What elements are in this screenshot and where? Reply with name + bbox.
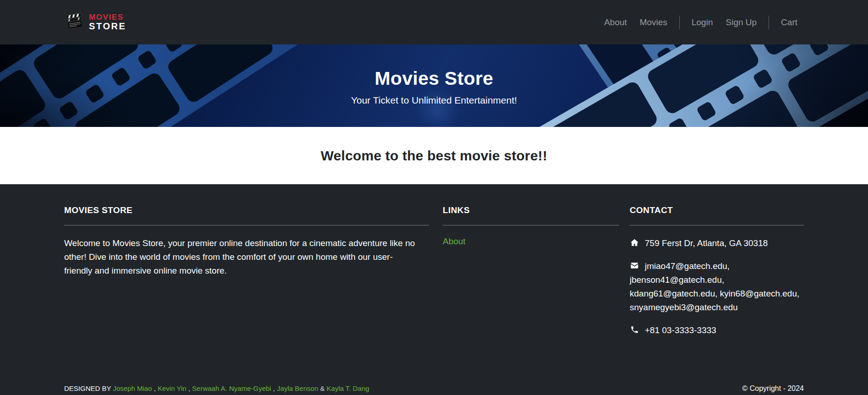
envelope-icon [630,261,639,270]
footer: MOVIES STORE Welcome to Movies Store, yo… [0,184,868,395]
contact-address: 759 Ferst Dr, Atlanta, GA 30318 [645,238,768,248]
footer-bottom-bar: DESIGNED BY Joseph Miao , Kevin Yin , Se… [64,384,804,393]
footer-about-column: MOVIES STORE Welcome to Movies Store, yo… [64,205,429,346]
nav-item-cart[interactable]: Cart [775,17,804,27]
hero-subtitle: Your Ticket to Unlimited Entertainment! [351,95,517,106]
footer-links-heading: LINKS [443,205,619,215]
brand-text: MOVIES STORE [89,13,126,32]
designer-link[interactable]: Kevin Yin [156,384,187,392]
footer-divider [443,225,619,225]
hero-title: Movies Store [375,68,494,89]
nav-item-about[interactable]: About [598,17,633,27]
footer-contact-heading: CONTACT [630,205,804,215]
nav-item-movies[interactable]: Movies [633,17,674,27]
designed-by-names: Joseph Miao , Kevin Yin , Serwaah A. Nya… [113,384,369,392]
phone-icon [630,325,639,334]
designer-separator: , [271,384,275,392]
home-icon [630,238,639,247]
nav-item-signup[interactable]: Sign Up [719,17,763,27]
welcome-heading: Welcome to the best movie store!! [321,148,547,164]
designed-by-prefix: DESIGNED BY [64,384,111,392]
nav-divider [769,16,769,29]
nav-divider [679,16,680,29]
nav-item-login[interactable]: Login [685,17,720,27]
designer-separator: & [318,384,324,392]
hero-banner: Movies Store Your Ticket to Unlimited En… [0,44,868,127]
footer-about-text: Welcome to Movies Store, your premier on… [64,236,417,278]
contact-phone[interactable]: +81 03-3333-3333 [645,325,716,335]
footer-about-heading: MOVIES STORE [64,205,429,215]
footer-contact-column: CONTACT 759 Ferst Dr, Atlanta, GA 30318 … [630,205,804,346]
designer-separator: , [152,384,156,392]
footer-divider [64,225,429,225]
designed-by: DESIGNED BY Joseph Miao , Kevin Yin , Se… [64,384,369,392]
footer-divider [630,225,804,225]
brand-store-label: STORE [89,22,126,32]
navbar: MOVIES STORE About Movies Login Sign Up … [0,0,868,44]
contact-emails[interactable]: jmiao47@gatech.edu, jbenson41@gatech.edu… [630,261,799,312]
contact-phone-row: +81 03-3333-3333 [630,324,804,337]
footer-link-about[interactable]: About [443,236,466,247]
nav-links: About Movies Login Sign Up Cart [598,16,804,29]
designer-link[interactable]: Jayla Benson [275,384,318,392]
designer-separator: , [187,384,190,392]
copyright-text: © Copyright - 2024 [742,384,804,393]
brand-movies-label: MOVIES [89,13,126,22]
welcome-section: Welcome to the best movie store!! [0,127,868,184]
designer-link[interactable]: Kayla T. Dang [324,384,369,392]
designer-link[interactable]: Serwaah A. Nyame-Gyebi [190,384,271,392]
contact-address-row: 759 Ferst Dr, Atlanta, GA 30318 [630,236,804,250]
footer-links-column: LINKS About [443,205,619,346]
designer-link[interactable]: Joseph Miao [113,384,152,392]
clapperboard-icon [64,12,84,33]
brand-logo[interactable]: MOVIES STORE [64,12,126,33]
movies-store-page: MOVIES STORE About Movies Login Sign Up … [0,0,868,395]
hero-content: Movies Store Your Ticket to Unlimited En… [0,44,868,127]
footer-columns: MOVIES STORE Welcome to Movies Store, yo… [64,205,804,346]
contact-email-row: jmiao47@gatech.edu, jbenson41@gatech.edu… [630,259,804,314]
